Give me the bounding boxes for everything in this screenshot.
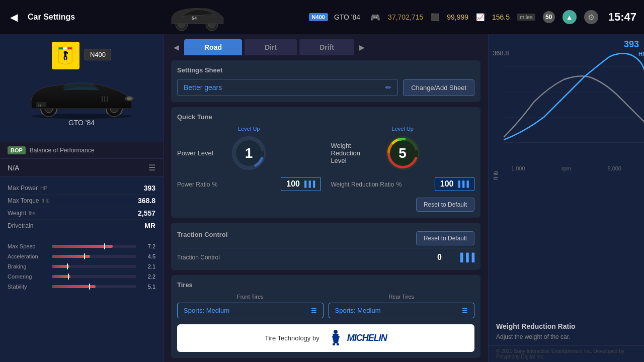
svg-rect-9 xyxy=(64,58,65,60)
power-ratio-value-box[interactable]: 100 ▐▐▐ xyxy=(281,177,320,191)
record-icon: ⬛ xyxy=(431,13,439,21)
edit-icon: ✏ xyxy=(385,83,391,92)
svg-rect-20 xyxy=(102,96,103,102)
weight-ratio-value-box[interactable]: 100 ▐▐▐ xyxy=(435,177,474,191)
power-chart: HP xyxy=(504,42,644,162)
svg-text:54: 54 xyxy=(192,16,197,21)
tc-reset-btn[interactable]: Reset to Default xyxy=(416,231,474,245)
quick-tune-grid: Level Up Power Level 1 xyxy=(177,126,474,191)
stat-bar-row: Acceleration 4.5 xyxy=(8,251,155,261)
x-axis-min: 1,000 xyxy=(511,165,525,171)
tires-section: Tires Front Tires Sports: Medium ☰ Rear … xyxy=(171,275,480,358)
front-tire-type: Sports: Medium xyxy=(184,307,229,314)
preset-row: N/A ☰ xyxy=(0,158,163,177)
x-axis-max: 8,000 xyxy=(607,165,621,171)
rear-tire-select[interactable]: Sports: Medium ☰ xyxy=(329,303,475,318)
settings-sheet-title: Settings Sheet xyxy=(177,66,474,74)
weight-tune-item: Weight Reduction Level xyxy=(331,134,475,172)
svg-rect-39 xyxy=(333,340,339,342)
hp-peak-value: 393 xyxy=(624,39,639,50)
car-full-name: GTO '84 xyxy=(334,13,360,21)
stat-torque-label: Max Torque ft·lb xyxy=(8,197,50,204)
stat-row-weight: Weight lbs. 2,557 xyxy=(8,207,155,220)
tab-road[interactable]: Road xyxy=(184,39,242,55)
stat-weight-label: Weight lbs. xyxy=(8,210,37,217)
tab-prev-btn[interactable]: ◀ xyxy=(171,41,182,54)
weight-ratio-value: 100 xyxy=(440,179,454,189)
tc-value-row: Traction Control 0 ▐▐▐ xyxy=(177,251,474,264)
front-tire-select[interactable]: Sports: Medium ☰ xyxy=(177,303,324,318)
svg-rect-42 xyxy=(337,343,339,345)
stat-bar-marker xyxy=(84,253,85,259)
svg-rect-11 xyxy=(59,47,63,49)
tc-value-box[interactable]: 0 xyxy=(432,251,452,264)
bop-section: BOP Balance of Performance xyxy=(0,142,163,158)
power-level-value: 1 xyxy=(245,145,253,161)
preset-menu-icon[interactable]: ☰ xyxy=(148,163,155,172)
car-name-display: GTO '84 xyxy=(68,119,95,127)
stat-bar-label: Max Speed xyxy=(8,243,48,249)
change-sheet-btn[interactable]: Change/Add Sheet xyxy=(403,79,474,96)
points-value: 99,999 xyxy=(447,13,468,21)
top-bar: ◀ Car Settings 54 N400 GTO '84 🎮 37,702,… xyxy=(0,0,644,34)
stat-bar-track xyxy=(52,255,136,258)
stat-bar-track xyxy=(52,275,136,278)
power-dial[interactable]: 1 xyxy=(230,134,268,172)
stat-bar-value: 2.2 xyxy=(140,274,155,280)
traction-control-section: Traction Control Reset to Default Tracti… xyxy=(171,223,480,270)
tab-next-btn[interactable]: ▶ xyxy=(357,41,367,54)
credits-value: 37,702,715 xyxy=(388,13,423,21)
car-detail-svg: 54 xyxy=(21,76,142,119)
info-title: Weight Reduction Ratio xyxy=(496,322,636,330)
stat-row-power: Max Power HP 393 xyxy=(8,182,155,195)
triangle-btn[interactable]: ▲ xyxy=(562,10,577,24)
left-sidebar: N400 xyxy=(0,34,164,362)
car-stats: Max Power HP 393 Max Torque ft·lb 368.8 … xyxy=(0,177,163,237)
stat-drivetrain-value: MR xyxy=(144,222,155,230)
svg-rect-38 xyxy=(333,338,339,340)
tires-grid: Front Tires Sports: Medium ☰ Rear Tires … xyxy=(177,294,474,318)
rear-tire-label: Rear Tires xyxy=(329,294,475,300)
tab-dirt[interactable]: Dirt xyxy=(245,39,297,55)
power-ratio-unit: % xyxy=(212,181,218,188)
svg-text:HP: HP xyxy=(638,51,644,57)
michelin-banner: Tire Technology by MICHELIN xyxy=(177,324,474,352)
car-badge: N400 xyxy=(309,13,328,21)
svg-rect-37 xyxy=(332,336,340,338)
tc-label: Traction Control xyxy=(177,254,220,261)
stat-bars: Max Speed 7.2 Acceleration 4.5 Braking 2… xyxy=(0,237,163,296)
page-title: Car Settings xyxy=(28,13,75,22)
svg-rect-10 xyxy=(66,58,67,60)
settings-btn[interactable]: ⚙ xyxy=(584,10,598,24)
quick-tune-reset-btn[interactable]: Reset to Default xyxy=(416,198,474,212)
power-ratio-value: 100 xyxy=(286,179,300,189)
sheet-name-display[interactable]: Better gears ✏ xyxy=(177,79,398,96)
tab-drift[interactable]: Drift xyxy=(299,39,354,55)
tc-title: Traction Control xyxy=(177,231,227,238)
stat-bar-fill xyxy=(52,245,113,248)
svg-text:54: 54 xyxy=(38,104,41,107)
stat-bar-marker xyxy=(89,284,90,290)
torque-peak-value: 368.8 xyxy=(493,49,509,57)
stat-bar-value: 5.1 xyxy=(140,284,155,290)
stat-row-torque: Max Torque ft·lb 368.8 xyxy=(8,195,155,207)
stat-bar-row: Max Speed 7.2 xyxy=(8,241,155,251)
clock: 15:47 xyxy=(608,11,636,24)
stat-power-value: 393 xyxy=(144,184,155,192)
stat-bar-value: 7.2 xyxy=(140,243,155,249)
stat-bar-marker xyxy=(104,243,105,249)
miles-unit: miles xyxy=(517,14,535,21)
car-info: N400 GTO '84 xyxy=(309,13,361,21)
weight-column: Level Up Weight Reduction Level xyxy=(331,126,475,191)
tires-title: Tires xyxy=(177,281,474,289)
car-silhouette: 54 xyxy=(164,4,229,31)
weight-ratio-unit: % xyxy=(396,181,402,188)
svg-point-35 xyxy=(334,330,338,334)
settings-sheet-section: Settings Sheet Better gears ✏ Change/Add… xyxy=(171,60,480,102)
stat-bar-value: 4.5 xyxy=(140,253,155,259)
weight-dial[interactable]: 5 xyxy=(384,134,422,172)
ferrari-logo-svg xyxy=(55,46,75,66)
sheet-name-text: Better gears xyxy=(184,83,222,92)
car-illustration: 54 xyxy=(21,76,142,119)
back-button[interactable]: ◀ xyxy=(0,0,28,34)
